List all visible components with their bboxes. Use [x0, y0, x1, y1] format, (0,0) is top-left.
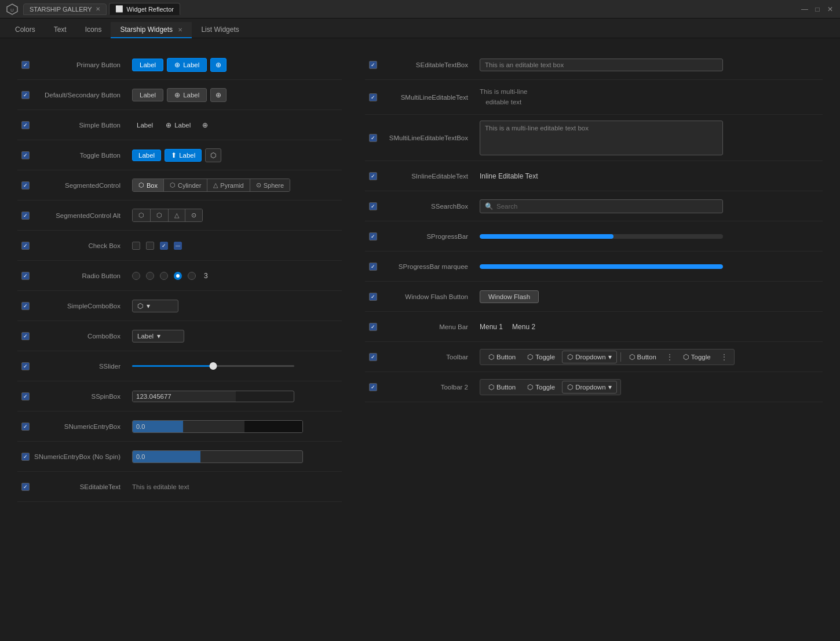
toolbar2-dropdown-1[interactable]: ⬡ Dropdown ▾	[562, 381, 616, 394]
radio-4-selected[interactable]	[174, 272, 182, 280]
segmented-control-check[interactable]	[21, 181, 30, 190]
toggle-button-1[interactable]: Label	[132, 150, 161, 161]
toolbar-dropdown-1[interactable]: ⬡ Dropdown ▾	[562, 351, 616, 363]
toolbar-toggle-2[interactable]: ⬡ Toggle	[678, 351, 715, 363]
menu-item-1[interactable]: Menu 1	[480, 323, 503, 331]
spinbox-widgets: 123.045677	[132, 391, 342, 402]
multiline-text-check[interactable]	[369, 93, 377, 101]
editable-textbox[interactable]: This is an editable text box	[480, 59, 723, 71]
toolbar-more-dots2[interactable]: ⋮	[718, 351, 731, 363]
search-box-check[interactable]	[369, 202, 377, 210]
checkbox-unchecked[interactable]	[132, 242, 140, 250]
seg-cylinder[interactable]: ⬡ Cylinder	[164, 179, 207, 191]
toggle-button-check[interactable]	[21, 151, 30, 159]
tab-starship-widgets[interactable]: Starship Widgets ✕	[111, 22, 192, 38]
title-tab-gallery-close[interactable]: ✕	[96, 6, 100, 12]
checkbox-row-check[interactable]	[21, 242, 30, 250]
radio-1[interactable]	[132, 272, 140, 280]
tab-colors[interactable]: Colors	[6, 22, 45, 38]
menu-bar-check[interactable]	[369, 323, 377, 331]
toolbar2-button-1[interactable]: ⬡ Button	[484, 381, 520, 393]
close-button[interactable]: ✕	[826, 5, 834, 13]
seg-alt-cylinder[interactable]: ⬡	[151, 209, 169, 221]
menu-item-2[interactable]: Menu 2	[512, 323, 535, 331]
numeric-entry-box[interactable]: 0.0	[132, 420, 303, 433]
simple-button-label: Simple Button	[34, 122, 132, 129]
toolbar2-toggle-1[interactable]: ⬡ Toggle	[523, 381, 560, 393]
radio-3[interactable]	[160, 272, 168, 280]
toggle-button-2[interactable]: ⬆ Label	[165, 149, 202, 162]
title-tab-gallery[interactable]: STARSHIP GALLERY ✕	[23, 3, 107, 15]
toolbar-more-dots[interactable]: ⋮	[663, 351, 676, 363]
spinbox[interactable]: 123.045677	[132, 391, 294, 402]
toggle-icon-button[interactable]: ⬡	[205, 148, 221, 162]
window-flash-check[interactable]	[369, 293, 377, 301]
numeric-nospin-box[interactable]: 0.0	[132, 450, 303, 463]
simple-icon-button[interactable]: ⊕	[199, 119, 211, 132]
seg-sphere[interactable]: ⊙ Sphere	[250, 179, 290, 191]
checkbox-checked[interactable]	[160, 242, 168, 250]
spinbox-check[interactable]	[21, 392, 30, 400]
simple-button-2[interactable]: ⊕ Label	[161, 119, 195, 132]
seg-box[interactable]: ⬡ Box	[133, 179, 164, 191]
seg-alt-pyramid[interactable]: △	[169, 209, 185, 221]
progress-marquee-check[interactable]	[369, 263, 377, 271]
seg-pyramid[interactable]: △ Pyramid	[207, 179, 250, 191]
multiline-textbox[interactable]: This is a multi-line editable text box	[480, 121, 723, 155]
toolbar-check[interactable]	[369, 353, 377, 361]
slider-thumb[interactable]	[210, 362, 217, 370]
spinbox-value[interactable]: 123.045677	[133, 391, 236, 402]
numeric-entry-check[interactable]	[21, 423, 30, 431]
secondary-icon-button[interactable]: ⊕	[210, 88, 227, 102]
numeric-nospin-check[interactable]	[21, 453, 30, 461]
simple-combo-check[interactable]	[21, 302, 30, 310]
segmented-alt-check[interactable]	[21, 212, 30, 220]
multiline-text-value[interactable]: This is multi-line editable text	[480, 87, 527, 107]
slider[interactable]	[132, 365, 294, 367]
editable-textbox-check[interactable]	[369, 61, 377, 69]
window-flash-button[interactable]: Window Flash	[480, 290, 539, 303]
checkbox-unchecked2[interactable]	[146, 242, 154, 250]
tab-starship-close[interactable]: ✕	[178, 27, 182, 33]
search-box[interactable]: 🔍 Search	[480, 199, 723, 213]
toolbar-button-2[interactable]: ⬡ Button	[624, 351, 661, 363]
editable-text-check[interactable]	[21, 483, 30, 491]
maximize-button[interactable]: □	[813, 5, 821, 13]
seg-alt-box[interactable]: ⬡	[133, 209, 151, 221]
editable-text-value[interactable]: This is editable text	[132, 483, 189, 490]
primary-button-2[interactable]: ⊕ Label	[167, 58, 207, 72]
checkbox-indeterminate[interactable]	[174, 242, 182, 250]
toolbar-label: Toolbar	[381, 354, 480, 360]
primary-icon-button[interactable]: ⊕	[210, 58, 227, 72]
secondary-button-2[interactable]: ⊕ Label	[167, 88, 207, 102]
simple-combo[interactable]: ⬡ ▾	[132, 300, 178, 312]
title-tab-reflector[interactable]: ⬜ Widget Reflector	[109, 3, 180, 15]
inline-editable-check[interactable]	[369, 172, 377, 180]
simple-button-check[interactable]	[21, 121, 30, 129]
combo-check[interactable]	[21, 332, 30, 340]
minimize-button[interactable]: —	[801, 5, 809, 13]
toolbar-button-1[interactable]: ⬡ Button	[484, 351, 520, 363]
multiline-textbox-check[interactable]	[369, 134, 377, 142]
simple-button-1[interactable]: Label	[132, 119, 158, 131]
progress-bar-check[interactable]	[369, 232, 377, 241]
toolbar-toggle-1[interactable]: ⬡ Toggle	[523, 351, 560, 363]
radio-2[interactable]	[146, 272, 154, 280]
secondary-button-widgets: Label ⊕ Label ⊕	[132, 88, 342, 102]
primary-button-check[interactable]	[21, 61, 30, 69]
slider-check[interactable]	[21, 362, 30, 370]
toolbar2-check[interactable]	[369, 383, 377, 391]
inline-editable-value[interactable]: Inline Editable Text	[480, 172, 538, 180]
tab-icons[interactable]: Icons	[76, 22, 111, 38]
tab-text[interactable]: Text	[45, 22, 76, 38]
primary-button-1[interactable]: Label	[132, 59, 163, 71]
tab-list-widgets[interactable]: List Widgets	[192, 22, 248, 38]
seg-alt-sphere[interactable]: ⊙	[185, 209, 202, 221]
combo-box[interactable]: Label ▾	[132, 330, 184, 343]
radio-5[interactable]	[188, 272, 196, 280]
simple-combo-label: SimpleComboBox	[34, 303, 132, 309]
secondary-button-1[interactable]: Label	[132, 89, 163, 101]
radio-button-check[interactable]	[21, 272, 30, 280]
secondary-button-label: Default/Secondary Button	[34, 92, 132, 99]
secondary-button-check[interactable]	[21, 91, 30, 99]
